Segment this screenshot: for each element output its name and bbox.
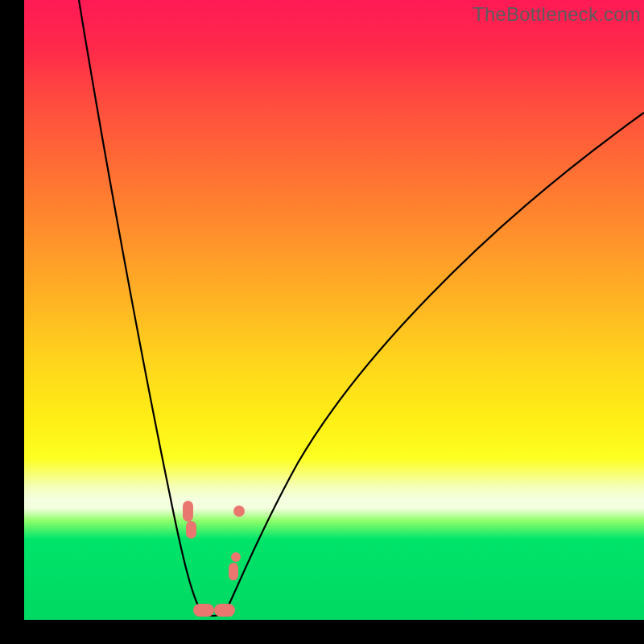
marker-point — [229, 563, 238, 580]
curve-left-branch — [79, 0, 201, 612]
bottleneck-curve — [24, 0, 644, 620]
marker-point — [193, 604, 214, 617]
marker-point — [186, 521, 196, 539]
chart-frame — [24, 0, 644, 620]
watermark-text: TheBottleneck.com — [473, 3, 641, 26]
marker-point — [231, 552, 241, 562]
marker-point — [233, 506, 245, 517]
marker-point — [214, 604, 235, 617]
curve-right-branch — [225, 113, 644, 612]
marker-point — [183, 501, 193, 522]
